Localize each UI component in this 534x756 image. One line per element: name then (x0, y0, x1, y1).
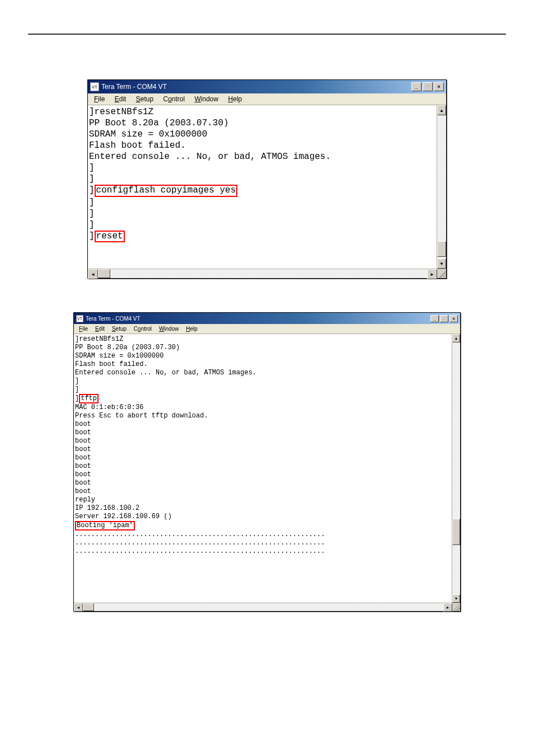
hscroll-thumb[interactable] (83, 603, 94, 611)
term-line: ]resetNBfs1Z (89, 106, 437, 118)
term-line: ] (89, 219, 437, 231)
highlight-reset: reset (95, 231, 125, 243)
menu-edit[interactable]: Edit (92, 325, 107, 332)
term-line: ........................................… (75, 530, 452, 539)
maximize-button[interactable]: □ (440, 315, 448, 322)
menu-file[interactable]: File (76, 325, 91, 332)
scroll-up-icon[interactable]: ▲ (452, 334, 460, 342)
term-line: ] (75, 377, 452, 386)
minimize-button[interactable]: _ (430, 315, 439, 322)
scroll-right-icon[interactable]: ► (427, 269, 437, 279)
term-line: Flash boot failed. (75, 360, 452, 369)
highlight-configflash: configflash copyimages yes (95, 185, 238, 197)
scroll-left-icon[interactable]: ◄ (74, 603, 83, 612)
highlight-booting-ipam: Booting 'ipam' (75, 521, 135, 530)
vertical-scrollbar[interactable]: ▲ ▼ (437, 105, 446, 269)
menu-help[interactable]: Help (224, 95, 246, 104)
menu-control[interactable]: Control (159, 95, 189, 104)
term-line: Press Esc to abort tftp download. (75, 412, 452, 420)
term-line: ] (89, 162, 437, 173)
hscroll-track[interactable] (83, 603, 443, 611)
teraterm-window-1: VT Tera Term - COM4 VT _ □ × File Edit S… (87, 79, 447, 279)
term-line: ] (89, 173, 437, 185)
term-line: Entered console ... No, or bad, ATMOS im… (75, 369, 452, 377)
hscroll-thumb[interactable] (98, 269, 110, 278)
window-title: Tera Term - COM4 VT (101, 83, 411, 91)
term-line: SDRAM size = 0x1000000 (75, 352, 452, 360)
hscroll-track[interactable] (98, 269, 427, 278)
term-line: Server 192.168.100.69 () (75, 513, 452, 521)
term-line: ] (89, 208, 437, 219)
term-line: ]configflash copyimages yes (89, 185, 437, 197)
page-divider (28, 34, 506, 35)
teraterm-window-2: VT Tera Term - COM4 VT _ □ × File Edit S… (73, 312, 461, 612)
window-title: Tera Term - COM4 VT (86, 316, 430, 322)
scroll-down-icon[interactable]: ▼ (452, 594, 460, 603)
menu-help[interactable]: Help (183, 325, 200, 332)
term-line: IP 192.168.100.2 (75, 504, 452, 513)
menu-setup[interactable]: Setup (109, 325, 129, 332)
term-line: ] (75, 386, 452, 394)
menubar: File Edit Setup Control Window Help (88, 93, 446, 105)
minimize-button[interactable]: _ (411, 82, 421, 91)
term-line: boot (75, 462, 452, 471)
term-line: boot (75, 445, 452, 454)
term-line: ]tftp (75, 394, 452, 403)
close-button[interactable]: × (449, 315, 458, 322)
highlight-tftp: tftp (79, 394, 99, 403)
term-line: MAC 0:1:eb:6:0:36 (75, 403, 452, 412)
scroll-track[interactable] (437, 115, 446, 259)
app-icon: VT (90, 82, 99, 91)
term-line: Flash boot failed. (89, 140, 437, 151)
terminal-output[interactable]: ]resetNBfs1ZPP Boot 8.20a (2003.07.30)SD… (74, 334, 452, 603)
menu-edit[interactable]: Edit (111, 95, 130, 104)
scroll-thumb[interactable] (452, 519, 460, 545)
term-line: boot (75, 454, 452, 462)
terminal-output[interactable]: ]resetNBfs1ZPP Boot 8.20a (2003.07.30)SD… (88, 105, 437, 269)
term-line: ]resetNBfs1Z (75, 335, 452, 344)
term-line: Booting 'ipam' (75, 521, 452, 530)
scroll-thumb[interactable] (437, 241, 446, 257)
resize-grip[interactable] (452, 603, 460, 611)
term-line: boot (75, 471, 452, 479)
resize-grip[interactable] (437, 269, 446, 278)
term-line: boot (75, 487, 452, 496)
titlebar[interactable]: VT Tera Term - COM4 VT _ □ × (88, 80, 446, 93)
scroll-track[interactable] (452, 342, 460, 594)
scroll-down-icon[interactable]: ▼ (437, 259, 446, 269)
scroll-up-icon[interactable]: ▲ (437, 105, 446, 115)
vertical-scrollbar[interactable]: ▲ ▼ (452, 334, 460, 603)
menu-window[interactable]: Window (191, 95, 223, 104)
maximize-button[interactable]: □ (423, 82, 433, 91)
scroll-right-icon[interactable]: ► (443, 603, 452, 612)
term-line: boot (75, 420, 452, 429)
menu-control[interactable]: Control (131, 325, 154, 332)
term-line: ]reset (89, 231, 437, 243)
close-button[interactable]: × (434, 82, 444, 91)
term-line: boot (75, 479, 452, 487)
titlebar[interactable]: VT Tera Term - COM4 VT _ □ × (74, 313, 460, 324)
menu-window[interactable]: Window (156, 325, 182, 332)
scroll-left-icon[interactable]: ◄ (88, 269, 98, 279)
menu-setup[interactable]: Setup (132, 95, 157, 104)
term-line: reply (75, 496, 452, 504)
app-icon: VT (76, 315, 83, 322)
term-line: Entered console ... No, or bad, ATMOS im… (89, 151, 437, 162)
menu-file[interactable]: File (90, 95, 109, 104)
term-line: SDRAM size = 0x1000000 (89, 129, 437, 140)
term-line: ........................................… (75, 547, 452, 556)
term-line: ........................................… (75, 539, 452, 547)
term-line: PP Boot 8.20a (2003.07.30) (75, 344, 452, 352)
term-line: ] (89, 197, 437, 208)
menubar: File Edit Setup Control Window Help (74, 324, 460, 334)
term-line: boot (75, 437, 452, 445)
term-line: boot (75, 429, 452, 437)
term-line: PP Boot 8.20a (2003.07.30) (89, 118, 437, 129)
